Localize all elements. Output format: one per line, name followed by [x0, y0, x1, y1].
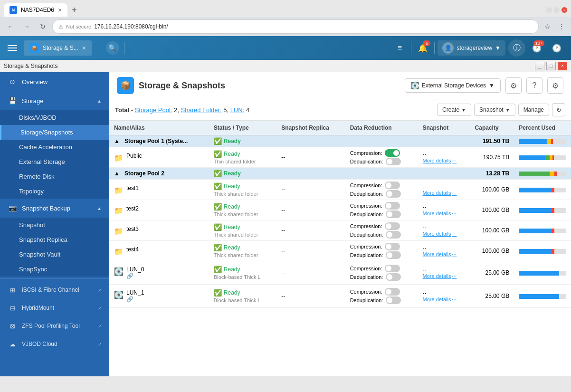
- test2-folder-icon: 📁: [114, 206, 124, 215]
- sidebar-item-hybridmount[interactable]: ⊟ HybridMount ↗: [0, 299, 109, 317]
- folder-icon: 📁: [114, 153, 124, 163]
- bell-icon[interactable]: 🔔 6: [414, 39, 431, 57]
- ext-storage-button[interactable]: 💽 External Storage Devices ▼: [405, 78, 501, 93]
- back-button[interactable]: ←: [4, 20, 17, 33]
- public-more-details[interactable]: More details ⋯: [423, 158, 466, 163]
- lun-count-link[interactable]: 4: [246, 106, 249, 114]
- maximize-button[interactable]: [554, 7, 560, 13]
- test1-name-text: test1: [126, 185, 139, 191]
- window-restore-button[interactable]: □: [546, 62, 556, 70]
- sidebar-item-storage[interactable]: 💾 Storage ▲: [0, 91, 109, 110]
- t2d-toggle-track: [386, 210, 401, 218]
- test2-compression-toggle[interactable]: [385, 202, 400, 210]
- settings-icon[interactable]: ⋮: [556, 21, 567, 32]
- sidebar-item-iscsi[interactable]: ⊞ iSCSI & Fibre Channel ↗: [0, 281, 109, 299]
- settings-gear-button[interactable]: ⚙: [505, 77, 522, 94]
- storage-app-icon: 📦: [117, 77, 134, 94]
- content-area: 📦 Storage & Snapshots 💽 External Storage…: [109, 72, 571, 376]
- sidebar-item-disks[interactable]: Disks/VJBOD: [0, 110, 109, 125]
- lun1-dedup-row: Deduplication:: [350, 296, 413, 304]
- storage-pool-count-link[interactable]: 2: [174, 106, 177, 114]
- lun1-compression-toggle[interactable]: [385, 288, 400, 296]
- compression-toggle[interactable]: [385, 149, 400, 157]
- pool2-snapshot: [418, 168, 470, 180]
- col-snapshot-replica: Snapshot Replica: [276, 121, 345, 135]
- sidebar-item-vjbod-cloud[interactable]: ☁ VJBOD Cloud ↗: [0, 335, 109, 353]
- t4-toggle-thumb: [386, 244, 391, 249]
- browser-toolbar-icons: ☆ ⋮: [542, 21, 567, 32]
- l0-toggle-thumb: [386, 266, 391, 271]
- test1-more-details[interactable]: More details ⋯: [423, 190, 466, 196]
- sidebar-item-snapsync[interactable]: SnapSync: [0, 262, 109, 277]
- close-button[interactable]: ×: [561, 7, 567, 13]
- test4-dedup-toggle[interactable]: [386, 251, 401, 259]
- snapshot-button[interactable]: Snapshot ▼: [474, 104, 515, 116]
- test2-name-text: test2: [126, 205, 139, 212]
- info-icon[interactable]: ⓘ: [508, 39, 525, 57]
- lun1-dedup-toggle[interactable]: [386, 296, 401, 304]
- app-tab[interactable]: 📦 Storage & S... ×: [24, 40, 92, 56]
- user-menu[interactable]: 👤 storagereview ▼: [438, 40, 505, 56]
- test1-compression-toggle[interactable]: [385, 182, 400, 189]
- help-button[interactable]: ?: [526, 77, 542, 94]
- test4-compression-toggle[interactable]: [385, 243, 400, 250]
- lun0-compression-toggle[interactable]: [385, 265, 400, 272]
- lun1-more-details[interactable]: More details ⋯: [423, 296, 466, 302]
- window-minimize-button[interactable]: _: [535, 62, 544, 70]
- search-button[interactable]: 🔍: [106, 41, 119, 55]
- sidebar-item-ext-storage[interactable]: External Storage: [0, 154, 109, 169]
- test2-more-details[interactable]: More details ⋯: [423, 210, 466, 216]
- test4-more-details[interactable]: More details ⋯: [423, 251, 466, 257]
- remote-disk-label: Remote Disk: [19, 173, 54, 180]
- sidebar-item-zfs[interactable]: ⊠ ZFS Pool Profiling Tool ↗: [0, 317, 109, 335]
- create-button[interactable]: Create ▼: [437, 104, 471, 116]
- hamburger-menu[interactable]: [6, 43, 19, 53]
- lun1-data-reduction: Compression: Deduplication:: [345, 285, 418, 308]
- sidebar-item-overview[interactable]: ⊙ Overview: [0, 72, 109, 91]
- lun1-status: ✅ Ready: [214, 289, 272, 296]
- pool2-expand[interactable]: ▲ Storage Pool 2: [114, 170, 204, 177]
- time-icon[interactable]: 🕐: [548, 39, 565, 57]
- forward-button[interactable]: →: [20, 20, 33, 33]
- sidebar-item-snapshot-replica[interactable]: Snapshot Replica: [0, 232, 109, 247]
- test3-dedup-toggle[interactable]: [386, 231, 401, 239]
- address-bar[interactable]: ⚠ Not secure 176.16.254.190:8080/cgi-bin…: [52, 19, 539, 34]
- reload-button[interactable]: ↻: [36, 20, 49, 33]
- test2-snapshot-text: --: [423, 204, 466, 210]
- bookmark-icon[interactable]: ☆: [542, 21, 553, 32]
- window-close-button[interactable]: ×: [558, 62, 567, 70]
- sidebar-item-cache[interactable]: Cache Acceleration: [0, 140, 109, 154]
- test3-compression-toggle[interactable]: [385, 222, 400, 230]
- manage-button[interactable]: Manage: [518, 104, 549, 116]
- new-tab-button[interactable]: +: [67, 3, 81, 17]
- table-row: 📁 test2 ✅ Ready Thick shared f: [109, 200, 571, 220]
- sidebar-item-snapshot[interactable]: Snapshot: [0, 218, 109, 232]
- updates-icon[interactable]: 🕐 10+: [528, 39, 545, 57]
- sidebar-item-storage-snapshots[interactable]: Storage/Snapshots: [0, 125, 109, 140]
- sidebar-item-snapshot-vault[interactable]: Snapshot Vault: [0, 247, 109, 262]
- test3-more-details[interactable]: More details ⋯: [423, 231, 466, 237]
- refresh-button[interactable]: ↻: [552, 103, 565, 116]
- minimize-button[interactable]: [546, 7, 552, 13]
- close-app-button[interactable]: ×: [82, 44, 86, 52]
- lun0-dedup-toggle[interactable]: [386, 273, 401, 281]
- pool1-expand[interactable]: ▲ Storage Pool 1 (Syste...: [114, 138, 204, 144]
- shared-folder-count-link[interactable]: 5: [223, 106, 227, 114]
- close-tab-button[interactable]: ×: [58, 7, 62, 13]
- lun1-usage-bar: [519, 294, 566, 299]
- config-button[interactable]: ⚙: [547, 77, 563, 94]
- dedup-toggle[interactable]: [386, 158, 401, 165]
- sidebar-item-topology[interactable]: Topology: [0, 184, 109, 199]
- sidebar-item-remote-disk[interactable]: Remote Disk: [0, 169, 109, 184]
- t4-details-icon: ⋯: [452, 252, 457, 257]
- test1-dedup-toggle[interactable]: [386, 190, 401, 198]
- pool2-name-cell: ▲ Storage Pool 2: [109, 168, 209, 180]
- pool1-data-reduction: [345, 135, 418, 147]
- sidebar-item-snapshot-backup[interactable]: 📷 Snapshot Backup ▲: [0, 199, 109, 218]
- test2-dedup-toggle[interactable]: [386, 210, 401, 218]
- public-snapshot-replica: --: [276, 147, 345, 168]
- lun0-status-text: Ready: [224, 266, 240, 273]
- browser-tab[interactable]: N NAS7D4ED6 ×: [4, 3, 67, 17]
- lun0-more-details[interactable]: More details ⋯: [423, 273, 466, 279]
- tasks-icon[interactable]: ≡: [391, 39, 408, 57]
